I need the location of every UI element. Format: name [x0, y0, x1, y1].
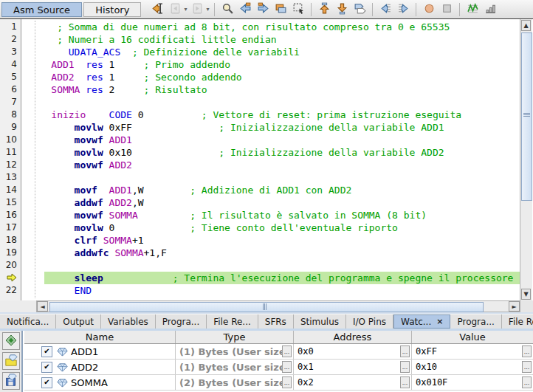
panel-tab-variables[interactable]: Variables — [101, 314, 156, 329]
hop-back-button[interactable] — [237, 1, 253, 18]
code-line-text[interactable] — [21, 171, 520, 184]
code-line[interactable]: 18 clrf SOMMA+1 — [0, 234, 520, 247]
code-line-text[interactable]: movlw 0 ; Tiene conto dell'eventuale rip… — [21, 221, 520, 234]
column-header-type[interactable]: Type — [176, 331, 294, 343]
scroll-right-button[interactable]: ► — [509, 301, 520, 312]
oscilloscope-button[interactable] — [464, 1, 481, 18]
code-line[interactable]: 15 addwf ADD2,W — [0, 196, 520, 209]
tab-history[interactable]: History — [83, 2, 141, 17]
gutter-line-number[interactable]: 11 — [0, 146, 21, 159]
gutter-line-number[interactable]: 8 — [0, 109, 21, 121]
watch-enabled-checkbox[interactable]: ✔ — [41, 377, 52, 388]
type-cell[interactable]: (1) Bytes (User size)... — [176, 360, 294, 374]
code-line[interactable]: 16 movwf SOMMA ; Il risultato è salvato … — [0, 209, 520, 221]
column-header-value[interactable]: Value — [412, 331, 533, 343]
panel-tab-output[interactable]: Output — [56, 314, 101, 329]
levels-button[interactable] — [482, 1, 498, 18]
gutter-line-number[interactable]: 18 — [0, 234, 21, 247]
code-line[interactable]: 10 movwf ADD1 — [0, 134, 520, 146]
code-line[interactable]: 12 movwf ADD2 — [0, 159, 520, 171]
code-line-text[interactable]: movlw 0x10 ; Inizializzazione della vari… — [21, 146, 520, 159]
run-to-right-button[interactable] — [395, 1, 411, 18]
address-more-button[interactable]: ... — [400, 345, 410, 357]
code-line-text[interactable]: ADD2 res 1 ; Secondo addendo — [21, 71, 520, 83]
gutter-line-number[interactable]: 6 — [0, 83, 21, 96]
code-line[interactable]: 13 — [0, 171, 520, 184]
code-line-text[interactable]: inizio CODE 0 ; Vettore di reset: prima … — [21, 109, 520, 121]
code-line[interactable]: 2 ; Numeri a 16 codificati little endian — [0, 33, 520, 46]
gutter-line-number[interactable]: 16 — [0, 209, 21, 221]
code-line-text[interactable]: sleep ; Termina l'esecuzione del program… — [21, 272, 520, 284]
horizontal-scrollbar[interactable]: ◄ ► — [36, 300, 520, 312]
watch-enabled-checkbox[interactable]: ✔ — [41, 362, 52, 373]
code-line-text[interactable]: UDATA_ACS ; Definizione delle variabili — [21, 46, 520, 58]
code-line-text[interactable]: addwfc SOMMA+1,F — [21, 247, 520, 259]
pages-button[interactable] — [272, 1, 289, 18]
type-cell[interactable]: (2) Bytes (User size)... — [176, 375, 294, 390]
panel-tab-sfrs[interactable]: SFRs — [258, 314, 294, 329]
code-line[interactable]: 20 — [0, 259, 520, 272]
gutter-line-number[interactable]: 12 — [0, 159, 21, 171]
code-line[interactable]: 22 END — [0, 284, 520, 297]
gutter-line-number[interactable]: 10 — [0, 134, 21, 146]
forward-button[interactable] — [189, 1, 205, 18]
code-editor[interactable]: 1 ; Somma di due numeri ad 8 bit, con ri… — [0, 19, 533, 312]
code-line-text[interactable]: movlw 0xFF ; Inizializzazione della vari… — [21, 121, 520, 134]
type-more-button[interactable]: ... — [282, 345, 292, 357]
panel-tab-progra-[interactable]: Progra... — [450, 314, 501, 329]
value-cell[interactable]: 0x010F... — [412, 375, 533, 390]
gutter-line-number[interactable]: 13 — [0, 171, 21, 184]
address-more-button[interactable]: ... — [400, 376, 410, 388]
scroll-up-button[interactable]: ▲ — [521, 20, 531, 31]
tab-asm-source[interactable]: Asm Source — [1, 2, 82, 17]
code-line[interactable]: 19 addwfc SOMMA+1,F — [0, 247, 520, 259]
add-watch-button[interactable] — [2, 332, 20, 350]
value-more-button[interactable]: ... — [522, 345, 532, 357]
code-line-text[interactable]: END — [21, 284, 520, 297]
code-line-text[interactable]: movwf ADD2 — [21, 159, 520, 171]
watch-enabled-checkbox[interactable]: ✔ — [41, 346, 52, 357]
column-header-address[interactable]: Address — [294, 331, 412, 343]
horizontal-scrollbar-thumb[interactable] — [49, 302, 484, 312]
address-cell[interactable]: 0x1... — [294, 360, 412, 374]
code-line[interactable]: 7 — [0, 96, 520, 109]
code-line-text[interactable] — [21, 96, 520, 109]
stop-square-button[interactable] — [439, 1, 455, 18]
step-down-button[interactable] — [334, 1, 350, 18]
select-region-button[interactable] — [290, 1, 306, 18]
panel-tab-stimulus[interactable]: Stimulus — [294, 314, 346, 329]
type-more-button[interactable]: ... — [282, 376, 292, 388]
panel-tab-watc-[interactable]: Watc...× — [393, 314, 450, 329]
gutter-line-number[interactable]: 17 — [0, 221, 21, 234]
code-line[interactable]: 3 UDATA_ACS ; Definizione delle variabil… — [0, 46, 520, 58]
panel-tab-notifica-[interactable]: Notifica... — [0, 314, 56, 329]
gutter-line-number[interactable]: 22 — [0, 284, 21, 297]
panel-tab-file-re-[interactable]: File Re... — [502, 314, 533, 329]
code-line[interactable]: 9 movlw 0xFF ; Inizializzazione della va… — [0, 121, 520, 134]
type-more-button[interactable]: ... — [282, 361, 292, 373]
value-cell[interactable]: 0x10... — [412, 360, 533, 374]
gutter-line-number[interactable]: 1 — [0, 21, 21, 33]
gutter-line-number[interactable]: 2 — [0, 33, 21, 46]
code-line-text[interactable] — [21, 259, 520, 272]
dropdown-caret-icon[interactable]: ▾ — [184, 6, 187, 13]
code-line[interactable]: 4 ADD1 res 1 ; Primo addendo — [0, 58, 520, 71]
magnifier-button[interactable] — [219, 1, 235, 18]
panel-tab-progra-[interactable]: Progra... — [156, 314, 207, 329]
code-line-text[interactable]: movwf ADD1 — [21, 134, 520, 146]
gutter-line-number[interactable]: 14 — [0, 184, 21, 196]
code-line[interactable]: 8 inizio CODE 0 ; Vettore di reset: prim… — [0, 109, 520, 121]
code-line-text[interactable]: clrf SOMMA+1 — [21, 234, 520, 247]
gutter-line-number[interactable]: 15 — [0, 196, 21, 209]
gutter-line-number[interactable]: 20 — [0, 259, 21, 272]
code-line[interactable]: 14 movf ADD1,W ; Addizione di ADD1 con A… — [0, 184, 520, 196]
panel-tab-file-re-[interactable]: File Re... — [207, 314, 258, 329]
code-line-text[interactable]: addwf ADD2,W — [21, 196, 520, 209]
gutter-line-number[interactable]: 7 — [0, 96, 21, 109]
code-line-text[interactable]: ; Numeri a 16 codificati little endian — [21, 33, 520, 46]
show-source-button[interactable] — [149, 1, 165, 18]
gutter-line-number[interactable]: 9 — [0, 121, 21, 134]
code-line[interactable]: 5 ADD2 res 1 ; Secondo addendo — [0, 71, 520, 83]
load-watch-button[interactable] — [2, 352, 20, 370]
panel-tab-i-o-pins[interactable]: I/O Pins — [346, 314, 393, 329]
